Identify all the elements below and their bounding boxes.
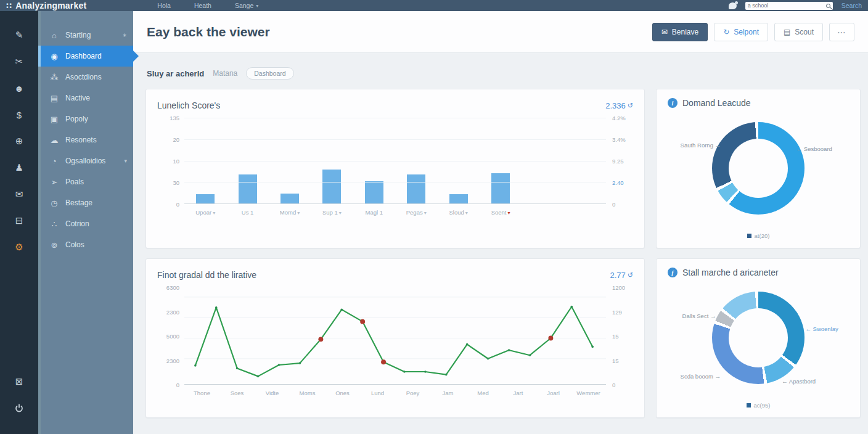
sidebar-item-label: Starting [65, 31, 91, 39]
more-button[interactable]: ⋯ [829, 23, 854, 41]
bar-x-label-momd[interactable]: Momd▾ [269, 209, 311, 216]
search-icon[interactable] [826, 4, 830, 8]
axis-tick-label: 9.25 [612, 158, 624, 165]
bar-x-label-us-1: Us 1 [226, 209, 268, 216]
nav-item-hola[interactable]: Hola [157, 2, 171, 9]
axis-tick-label: 0 [612, 382, 615, 388]
search-button-label: Search [841, 2, 862, 9]
globe-icon[interactable]: ⊕ [11, 133, 27, 149]
bar-x-label-soent[interactable]: Soent▾ [480, 209, 522, 216]
sidebar-item-nactive[interactable]: ▤Nactive [41, 88, 133, 108]
nav-item-label: Heath [194, 2, 211, 9]
axis-tick-label: 135 [170, 115, 179, 121]
sidebar-item-starting[interactable]: ⌂Starting∗ [41, 25, 133, 46]
selpont-button[interactable]: ↻Selpont [714, 23, 768, 41]
axis-tick-label: 2300 [166, 308, 179, 315]
notification-icon[interactable] [729, 2, 737, 9]
search-input[interactable] [748, 2, 826, 9]
gridline [184, 161, 606, 162]
power-icon[interactable] [11, 400, 27, 416]
sidebar-item-label: Nactive [65, 94, 90, 102]
donut-1-title: Domand Leacude [682, 98, 751, 108]
coin-icon[interactable]: $ [11, 107, 27, 123]
sidebar-item-label: Dashboard [65, 52, 102, 60]
file-icon: ▤ [49, 94, 59, 103]
nav-right: Search [729, 2, 862, 10]
bar-chart-value-link[interactable]: 2.336 ↺ [605, 101, 633, 110]
navbar-search [745, 2, 833, 10]
donut-hole [729, 139, 788, 198]
home-icon: ⌂ [49, 31, 59, 40]
donut-chart-2: Dalls Sect →← SwoenlayScda booom →← Apas… [668, 280, 849, 401]
x-label-text: Upoar [195, 209, 211, 216]
bar-chart-card: Lunelich Score's 2.336 ↺ 1352010300 4.2%… [145, 89, 645, 248]
history-icon: ↺ [628, 102, 633, 110]
search-button[interactable]: Search [841, 2, 862, 9]
bar-soent [491, 173, 510, 203]
send-icon: ➢ [49, 178, 59, 187]
chat-icon[interactable]: ✉ [11, 186, 27, 202]
header-actions: ✉Beniave↻Selpont▤Scout⋯ [652, 23, 854, 41]
image-icon: ▣ [49, 115, 59, 124]
grid-icon[interactable]: ⊠ [11, 374, 27, 390]
bar-x-label-sup-1[interactable]: Sup 1▾ [311, 209, 353, 216]
breadcrumb-title: Sluy ar acherld [147, 69, 204, 78]
share-icon: ⁂ [49, 73, 59, 82]
sidebar-item-asoctdions[interactable]: ⁂Asoctdions [41, 67, 133, 88]
gear-icon[interactable]: ⚙ [11, 239, 27, 255]
scissors-icon[interactable]: ✂ [11, 54, 27, 70]
sidebar-item-popoly[interactable]: ▣Popoly [41, 108, 133, 129]
line-x-label-lund: Lund [360, 390, 395, 396]
bar-chart-plot [184, 118, 606, 204]
breadcrumb-badge[interactable]: Dashboard [246, 67, 293, 80]
chevron-down-icon: ▾ [213, 210, 215, 216]
sidebar-item-bestage[interactable]: ◷Bestage [41, 192, 133, 213]
axis-tick-label: 10 [173, 158, 179, 165]
breadcrumb: Sluy ar acherld Matana Dashboard [147, 65, 854, 81]
bar-x-label-pegas[interactable]: Pegas▾ [395, 209, 437, 216]
line-x-label-med: Med [465, 390, 501, 396]
sidebar-item-poals[interactable]: ➢Poals [41, 171, 133, 192]
x-label-text: Momd [280, 209, 296, 216]
beniave-button[interactable]: ✉Beniave [652, 23, 708, 41]
sidebar-item-resonets[interactable]: ☁Resonets [41, 129, 133, 150]
sidebar-item-label: Ogsalloidios [65, 157, 105, 165]
nav-item-heath[interactable]: Heath [194, 2, 211, 9]
sidebar-item-cotrion[interactable]: ∴Cotrion [41, 213, 133, 234]
chevron-down-icon: ▾ [507, 210, 510, 216]
donut-2-legend: ac(95) [668, 402, 849, 409]
legend-label: at(20) [755, 232, 770, 239]
line-x-label-jam: Jam [430, 390, 465, 396]
donut-ring [712, 292, 805, 384]
bar-sloud [449, 194, 468, 203]
line-x-label-moms: Moms [290, 390, 325, 396]
compose-icon[interactable]: ✎ [11, 27, 27, 43]
page-title: Eay back the viewer [147, 25, 270, 39]
axis-tick-label: 0 [176, 382, 179, 388]
sidebar-item-ogsalloidios[interactable]: ◔Ogsalloidios▾ [41, 150, 133, 171]
axis-tick-label: 2.40 [612, 179, 624, 186]
sidebar: ⌂Starting∗◉Dashboard⁂Asoctdions▤Nactive▣… [38, 11, 133, 434]
axis-tick-label: 30 [173, 179, 179, 186]
sidebar-item-label: Popoly [65, 115, 88, 123]
bar-chart-title: Lunelich Score's [157, 100, 220, 110]
line-chart-value-link[interactable]: 2.77 ↺ [610, 271, 633, 280]
nav-item-label: Sange [235, 2, 253, 9]
nav-item-sange[interactable]: Sange▾ [235, 2, 258, 9]
user-icon[interactable]: ☻ [11, 80, 27, 96]
chevron-down-icon: ▾ [339, 210, 342, 216]
axis-tick-label: 5000 [166, 333, 179, 340]
folder-icon[interactable]: ⊟ [11, 213, 27, 229]
bar-x-label-sloud[interactable]: Sloud▾ [437, 209, 479, 216]
bar-x-label-upoar[interactable]: Upoar▾ [184, 209, 226, 216]
clock-icon: ◔ [49, 157, 59, 166]
scout-button[interactable]: ▤Scout [774, 23, 823, 41]
bar-pegas [407, 174, 425, 203]
donut-card-1: i Domand Leacude Sauth Rorng →← Sesbooar… [656, 89, 861, 248]
users-icon[interactable]: ♟ [11, 160, 27, 176]
line-x-label-soes: Soes [219, 390, 255, 396]
axis-tick-label: 2300 [166, 357, 179, 364]
sidebar-item-dashboard[interactable]: ◉Dashboard [41, 46, 133, 67]
sidebar-item-colos[interactable]: ⊚Colos [41, 234, 133, 255]
axis-tick-label: 129 [612, 308, 622, 315]
